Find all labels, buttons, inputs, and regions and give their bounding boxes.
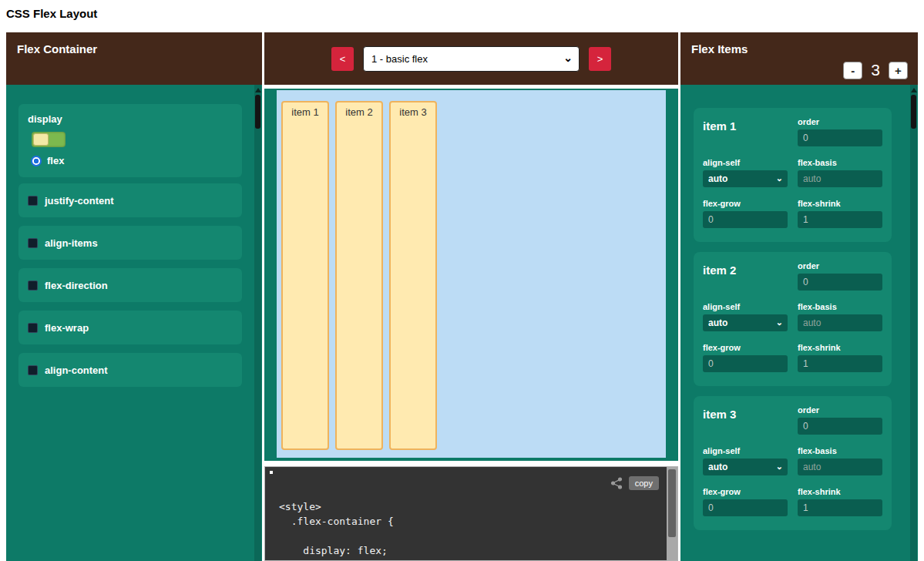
code-toolbar: copy — [610, 476, 659, 490]
align-items-label: align-items — [45, 237, 98, 249]
flex-basis-field: flex-basis — [798, 158, 882, 187]
align-self-select[interactable]: auto — [703, 459, 788, 475]
flex-wrap-label: flex-wrap — [45, 322, 89, 334]
items-count: 3 — [871, 61, 880, 79]
flex-basis-input[interactable] — [798, 170, 882, 187]
preview-area: item 1 item 2 item 3 — [264, 89, 678, 461]
code-line: <style> — [279, 499, 660, 514]
property-card-align-content: align-content — [18, 353, 242, 387]
preview-column: < 1 - basic flex ⌄ > item 1 item 2 item … — [264, 32, 678, 561]
item-counter: - 3 + — [843, 61, 908, 79]
scroll-up-icon[interactable] — [911, 88, 917, 92]
align-self-select[interactable]: auto — [703, 314, 788, 331]
flex-direction-checkbox[interactable] — [28, 280, 38, 291]
flex-radio[interactable] — [31, 156, 42, 166]
align-self-field: align-self auto ⌄ — [703, 446, 788, 475]
toggle-knob-icon — [33, 133, 49, 146]
order-input[interactable] — [798, 129, 882, 146]
flex-grow-input[interactable] — [703, 499, 788, 516]
flex-shrink-label: flex-shrink — [798, 343, 882, 352]
flex-radio-label: flex — [47, 155, 64, 166]
main-layout: Flex Container display flex justify-cont… — [6, 32, 918, 561]
flex-preview-item-2: item 2 — [335, 101, 383, 450]
flex-radio-row: flex — [31, 155, 233, 166]
flex-grow-field: flex-grow — [703, 343, 788, 372]
example-select[interactable]: 1 - basic flex — [363, 46, 580, 72]
flex-shrink-field: flex-shrink — [798, 343, 882, 372]
justify-content-label: justify-content — [45, 195, 114, 207]
example-prev-button[interactable]: < — [331, 47, 354, 71]
display-card: display flex — [18, 104, 242, 177]
item-card-1: item 1 order align-self auto ⌄ flex-basi — [694, 108, 892, 242]
flex-grow-label: flex-grow — [703, 487, 788, 496]
scrollbar-thumb[interactable] — [911, 95, 916, 129]
code-line: display: flex; — [279, 543, 660, 558]
code-line — [279, 529, 660, 543]
flex-items-title: Flex Items — [691, 42, 748, 55]
right-panel-scrollbar[interactable] — [910, 85, 917, 561]
code-scrollbar-thumb[interactable] — [668, 469, 676, 537]
flex-shrink-field: flex-shrink — [798, 199, 882, 228]
example-select-wrap: 1 - basic flex ⌄ — [363, 46, 580, 72]
order-label: order — [798, 261, 882, 270]
flex-basis-field: flex-basis — [798, 302, 882, 331]
flex-container-body: display flex justify-content align-items — [6, 85, 262, 561]
flex-basis-field: flex-basis — [798, 446, 882, 475]
example-toolbar: < 1 - basic flex ⌄ > — [264, 32, 678, 85]
flex-items-body: item 1 order align-self auto ⌄ flex-basi — [680, 85, 918, 561]
flex-basis-input[interactable] — [798, 314, 882, 331]
flex-grow-input[interactable] — [703, 211, 788, 228]
share-icon[interactable] — [610, 477, 623, 489]
code-content: <style> .flex-container { display: flex; — [279, 499, 660, 558]
order-field: order — [798, 117, 882, 146]
item-name: item 3 — [703, 405, 788, 435]
scroll-up-icon[interactable] — [255, 88, 261, 92]
item-card-2: item 2 order align-self auto ⌄ flex-basi — [694, 252, 892, 386]
flex-shrink-label: flex-shrink — [798, 487, 882, 496]
items-increase-button[interactable]: + — [889, 62, 908, 79]
item-card-3: item 3 order align-self auto ⌄ flex-basi — [694, 396, 892, 530]
display-label: display — [28, 113, 233, 125]
align-content-label: align-content — [45, 364, 108, 376]
code-line: .flex-container { — [279, 514, 660, 529]
flex-shrink-field: flex-shrink — [798, 487, 882, 516]
property-card-flex-wrap: flex-wrap — [18, 311, 242, 344]
flex-shrink-input[interactable] — [798, 499, 882, 516]
flex-basis-label: flex-basis — [798, 446, 882, 455]
flex-container-title: Flex Container — [17, 42, 97, 55]
align-content-checkbox[interactable] — [28, 365, 38, 375]
flex-wrap-checkbox[interactable] — [28, 323, 38, 333]
items-decrease-button[interactable]: - — [843, 62, 862, 79]
left-panel-scrollbar[interactable] — [254, 85, 261, 561]
flex-preview-container: item 1 item 2 item 3 — [277, 90, 666, 458]
flex-preview-item-3: item 3 — [389, 101, 437, 450]
flex-grow-label: flex-grow — [703, 199, 788, 208]
flex-preview-item-1: item 1 — [281, 101, 329, 450]
display-toggle[interactable] — [32, 132, 66, 147]
example-next-button[interactable]: > — [589, 47, 611, 71]
align-items-checkbox[interactable] — [28, 238, 38, 248]
align-self-label: align-self — [703, 446, 788, 455]
align-self-field: align-self auto ⌄ — [703, 302, 788, 331]
flex-container-header: Flex Container — [6, 32, 262, 85]
flex-direction-label: flex-direction — [45, 280, 108, 291]
code-block: copy <style> .flex-container { display: … — [264, 466, 678, 561]
order-input[interactable] — [798, 418, 882, 435]
flex-shrink-input[interactable] — [798, 355, 882, 372]
scrollbar-thumb[interactable] — [255, 95, 260, 129]
align-self-select[interactable]: auto — [703, 170, 788, 187]
flex-items-panel: Flex Items - 3 + item 1 order align-self — [680, 32, 918, 561]
copy-button[interactable]: copy — [629, 476, 659, 490]
property-card-justify-content: justify-content — [18, 183, 242, 217]
justify-content-checkbox[interactable] — [28, 196, 38, 206]
flex-basis-label: flex-basis — [798, 302, 882, 311]
order-field: order — [798, 405, 882, 435]
flex-basis-input[interactable] — [798, 459, 882, 475]
flex-basis-label: flex-basis — [798, 158, 882, 167]
order-field: order — [798, 261, 882, 291]
flex-grow-input[interactable] — [703, 355, 788, 372]
flex-grow-label: flex-grow — [703, 343, 788, 352]
flex-shrink-input[interactable] — [798, 211, 882, 228]
order-input[interactable] — [798, 274, 882, 291]
code-scrollbar[interactable] — [667, 467, 677, 560]
